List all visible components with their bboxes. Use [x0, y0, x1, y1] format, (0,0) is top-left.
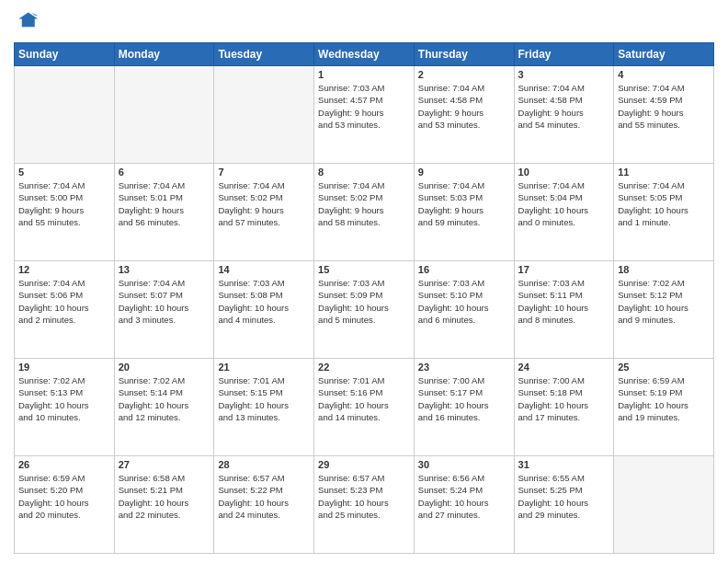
- calendar-header-monday: Monday: [114, 43, 214, 66]
- calendar-header-saturday: Saturday: [614, 43, 714, 66]
- day-number: 4: [618, 69, 710, 80]
- logo: [14, 9, 43, 35]
- calendar-cell: 27Sunrise: 6:58 AM Sunset: 5:21 PM Dayli…: [114, 456, 214, 554]
- day-info: Sunrise: 7:04 AM Sunset: 5:04 PM Dayligh…: [518, 179, 610, 228]
- calendar-cell: 8Sunrise: 7:04 AM Sunset: 5:02 PM Daylig…: [314, 164, 415, 261]
- calendar-cell: 6Sunrise: 7:04 AM Sunset: 5:01 PM Daylig…: [114, 164, 214, 261]
- day-number: 10: [518, 167, 610, 178]
- day-info: Sunrise: 7:00 AM Sunset: 5:18 PM Dayligh…: [518, 374, 610, 423]
- day-number: 15: [318, 264, 410, 275]
- calendar-week-row: 5Sunrise: 7:04 AM Sunset: 5:00 PM Daylig…: [15, 164, 714, 261]
- day-number: 22: [318, 362, 410, 373]
- day-info: Sunrise: 7:04 AM Sunset: 4:58 PM Dayligh…: [518, 82, 610, 131]
- day-number: 24: [518, 362, 610, 373]
- calendar-cell: 29Sunrise: 6:57 AM Sunset: 5:23 PM Dayli…: [314, 456, 415, 554]
- page: SundayMondayTuesdayWednesdayThursdayFrid…: [0, 0, 728, 563]
- calendar-cell: 11Sunrise: 7:04 AM Sunset: 5:05 PM Dayli…: [614, 164, 714, 261]
- calendar-header-friday: Friday: [514, 43, 614, 66]
- calendar-week-row: 19Sunrise: 7:02 AM Sunset: 5:13 PM Dayli…: [15, 359, 714, 456]
- day-info: Sunrise: 7:04 AM Sunset: 5:02 PM Dayligh…: [318, 179, 410, 228]
- day-number: 3: [518, 69, 610, 80]
- day-info: Sunrise: 7:03 AM Sunset: 5:10 PM Dayligh…: [418, 277, 510, 326]
- calendar-header-tuesday: Tuesday: [214, 43, 314, 66]
- calendar-cell: 7Sunrise: 7:04 AM Sunset: 5:02 PM Daylig…: [214, 164, 314, 261]
- day-number: 29: [318, 459, 410, 470]
- calendar-cell: 5Sunrise: 7:04 AM Sunset: 5:00 PM Daylig…: [15, 164, 115, 261]
- day-info: Sunrise: 7:04 AM Sunset: 5:07 PM Dayligh…: [119, 277, 210, 326]
- svg-marker-1: [31, 13, 38, 17]
- day-info: Sunrise: 6:57 AM Sunset: 5:22 PM Dayligh…: [218, 472, 310, 521]
- calendar-cell: 9Sunrise: 7:04 AM Sunset: 5:03 PM Daylig…: [414, 164, 514, 261]
- day-number: 23: [418, 362, 510, 373]
- calendar-cell: 21Sunrise: 7:01 AM Sunset: 5:15 PM Dayli…: [214, 359, 314, 456]
- day-info: Sunrise: 7:03 AM Sunset: 5:11 PM Dayligh…: [518, 277, 610, 326]
- day-info: Sunrise: 7:02 AM Sunset: 5:13 PM Dayligh…: [18, 374, 110, 423]
- calendar-cell: 22Sunrise: 7:01 AM Sunset: 5:16 PM Dayli…: [314, 359, 415, 456]
- day-number: 20: [119, 362, 210, 373]
- calendar-week-row: 1Sunrise: 7:03 AM Sunset: 4:57 PM Daylig…: [15, 66, 714, 164]
- calendar-cell: [214, 66, 314, 164]
- calendar-header-row: SundayMondayTuesdayWednesdayThursdayFrid…: [15, 43, 714, 66]
- calendar-header-sunday: Sunday: [15, 43, 115, 66]
- day-number: 19: [18, 362, 110, 373]
- day-number: 28: [218, 459, 310, 470]
- day-number: 26: [18, 459, 110, 470]
- day-info: Sunrise: 7:04 AM Sunset: 5:00 PM Dayligh…: [18, 179, 110, 228]
- calendar-cell: 19Sunrise: 7:02 AM Sunset: 5:13 PM Dayli…: [15, 359, 115, 456]
- calendar-cell: 23Sunrise: 7:00 AM Sunset: 5:17 PM Dayli…: [414, 359, 514, 456]
- day-number: 25: [618, 362, 710, 373]
- calendar-cell: 3Sunrise: 7:04 AM Sunset: 4:58 PM Daylig…: [514, 66, 614, 164]
- day-number: 30: [418, 459, 510, 470]
- day-info: Sunrise: 6:57 AM Sunset: 5:23 PM Dayligh…: [318, 472, 410, 521]
- calendar-cell: 31Sunrise: 6:55 AM Sunset: 5:25 PM Dayli…: [514, 456, 614, 554]
- day-info: Sunrise: 7:00 AM Sunset: 5:17 PM Dayligh…: [418, 374, 510, 423]
- day-info: Sunrise: 7:01 AM Sunset: 5:15 PM Dayligh…: [218, 374, 310, 423]
- calendar-week-row: 26Sunrise: 6:59 AM Sunset: 5:20 PM Dayli…: [15, 456, 714, 554]
- calendar-cell: [114, 66, 214, 164]
- calendar-table: SundayMondayTuesdayWednesdayThursdayFrid…: [14, 42, 714, 554]
- calendar-cell: 28Sunrise: 6:57 AM Sunset: 5:22 PM Dayli…: [214, 456, 314, 554]
- day-number: 7: [218, 167, 310, 178]
- day-info: Sunrise: 7:03 AM Sunset: 5:09 PM Dayligh…: [318, 277, 410, 326]
- calendar-week-row: 12Sunrise: 7:04 AM Sunset: 5:06 PM Dayli…: [15, 261, 714, 359]
- day-info: Sunrise: 6:59 AM Sunset: 5:19 PM Dayligh…: [618, 374, 710, 423]
- day-number: 6: [119, 167, 210, 178]
- day-info: Sunrise: 7:04 AM Sunset: 4:59 PM Dayligh…: [618, 82, 710, 131]
- calendar-cell: 14Sunrise: 7:03 AM Sunset: 5:08 PM Dayli…: [214, 261, 314, 359]
- day-number: 31: [518, 459, 610, 470]
- day-number: 18: [618, 264, 710, 275]
- calendar-cell: 12Sunrise: 7:04 AM Sunset: 5:06 PM Dayli…: [15, 261, 115, 359]
- day-info: Sunrise: 7:04 AM Sunset: 4:58 PM Dayligh…: [418, 82, 510, 131]
- calendar-cell: 30Sunrise: 6:56 AM Sunset: 5:24 PM Dayli…: [414, 456, 514, 554]
- calendar-cell: 18Sunrise: 7:02 AM Sunset: 5:12 PM Dayli…: [614, 261, 714, 359]
- header: [14, 9, 714, 35]
- day-number: 27: [119, 459, 210, 470]
- day-info: Sunrise: 7:04 AM Sunset: 5:05 PM Dayligh…: [618, 179, 710, 228]
- calendar-cell: 20Sunrise: 7:02 AM Sunset: 5:14 PM Dayli…: [114, 359, 214, 456]
- day-number: 8: [318, 167, 410, 178]
- day-info: Sunrise: 7:02 AM Sunset: 5:14 PM Dayligh…: [119, 374, 210, 423]
- day-info: Sunrise: 6:58 AM Sunset: 5:21 PM Dayligh…: [119, 472, 210, 521]
- day-number: 9: [418, 167, 510, 178]
- day-info: Sunrise: 6:56 AM Sunset: 5:24 PM Dayligh…: [418, 472, 510, 521]
- day-number: 21: [218, 362, 310, 373]
- day-number: 16: [418, 264, 510, 275]
- logo-icon: [14, 9, 40, 35]
- day-info: Sunrise: 7:04 AM Sunset: 5:01 PM Dayligh…: [119, 179, 210, 228]
- day-info: Sunrise: 7:03 AM Sunset: 5:08 PM Dayligh…: [218, 277, 310, 326]
- calendar-cell: 4Sunrise: 7:04 AM Sunset: 4:59 PM Daylig…: [614, 66, 714, 164]
- day-info: Sunrise: 7:03 AM Sunset: 4:57 PM Dayligh…: [318, 82, 410, 131]
- day-info: Sunrise: 7:04 AM Sunset: 5:02 PM Dayligh…: [218, 179, 310, 228]
- day-info: Sunrise: 6:59 AM Sunset: 5:20 PM Dayligh…: [18, 472, 110, 521]
- calendar-cell: 15Sunrise: 7:03 AM Sunset: 5:09 PM Dayli…: [314, 261, 415, 359]
- calendar-cell: 1Sunrise: 7:03 AM Sunset: 4:57 PM Daylig…: [314, 66, 415, 164]
- day-number: 11: [618, 167, 710, 178]
- day-info: Sunrise: 7:01 AM Sunset: 5:16 PM Dayligh…: [318, 374, 410, 423]
- day-number: 14: [218, 264, 310, 275]
- calendar-cell: 10Sunrise: 7:04 AM Sunset: 5:04 PM Dayli…: [514, 164, 614, 261]
- day-number: 13: [119, 264, 210, 275]
- day-info: Sunrise: 7:02 AM Sunset: 5:12 PM Dayligh…: [618, 277, 710, 326]
- calendar-cell: 26Sunrise: 6:59 AM Sunset: 5:20 PM Dayli…: [15, 456, 115, 554]
- calendar-cell: 2Sunrise: 7:04 AM Sunset: 4:58 PM Daylig…: [414, 66, 514, 164]
- calendar-cell: [614, 456, 714, 554]
